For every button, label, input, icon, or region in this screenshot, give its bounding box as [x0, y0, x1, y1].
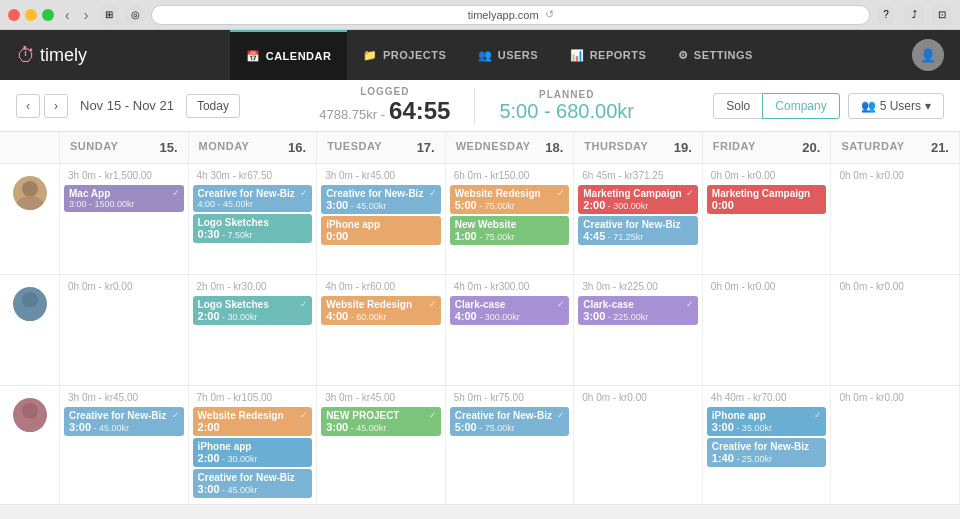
event-clark-r2-thu[interactable]: Clark-case 3:00 - 225.00kr ✓ — [578, 296, 698, 325]
event-creative-r1-mon[interactable]: Creative for New-Biz 4:00 - 45.00kr ✓ — [193, 185, 313, 212]
event-marketing-r1-thu[interactable]: Marketing Campaign 2:00 - 300.00kr ✓ — [578, 185, 698, 214]
event-newproject-r3-tue[interactable]: NEW PROJECT 3:00 - 45.00kr ✓ — [321, 407, 441, 436]
day-cell-r1-mon[interactable]: 4h 30m - kr67.50 Creative for New-Biz 4:… — [189, 164, 318, 274]
maximize-btn[interactable] — [42, 9, 54, 21]
day-cell-r3-sun[interactable]: 3h 0m - kr45.00 Creative for New-Biz 3:0… — [60, 386, 189, 504]
svg-point-3 — [16, 307, 44, 321]
day-cell-r2-sun[interactable]: 0h 0m - kr0.00 — [60, 275, 189, 385]
event-creative-r1-tue[interactable]: Creative for New-Biz 3:00 - 45.00kr ✓ — [321, 185, 441, 214]
event-iphone-r3-fri[interactable]: iPhone app 3:00 - 35.00kr ✓ — [707, 407, 827, 436]
day-cell-r1-tue[interactable]: 3h 0m - kr45.00 Creative for New-Biz 3:0… — [317, 164, 446, 274]
day-cell-r3-thu[interactable]: 0h 0m - kr0.00 — [574, 386, 703, 504]
day-cell-r1-sat[interactable]: 0h 0m - kr0.00 — [831, 164, 960, 274]
tab-settings[interactable]: ⚙ SETTINGS — [662, 30, 769, 80]
next-week-btn[interactable]: › — [44, 94, 68, 118]
event-logo-r1-mon[interactable]: Logo Sketches 0:30 - 7.50kr — [193, 214, 313, 243]
company-btn[interactable]: Company — [762, 93, 839, 119]
user-avatar-area[interactable]: 👤 — [912, 39, 944, 71]
forward-btn[interactable]: › — [79, 5, 94, 25]
svg-point-2 — [22, 292, 38, 308]
today-btn[interactable]: Today — [186, 94, 240, 118]
day-cell-r2-sat[interactable]: 0h 0m - kr0.00 — [831, 275, 960, 385]
event-website-r2-tue[interactable]: Website Redesign 4:00 - 60.00kr ✓ — [321, 296, 441, 325]
summary-r1-sun: 3h 0m - kr1,500.00 — [64, 168, 184, 185]
svg-point-0 — [22, 181, 38, 197]
event-clark-r2-wed[interactable]: Clark-case 4:00 - 300.00kr ✓ — [450, 296, 570, 325]
calendar-header: Sunday 15. Monday 16. Tuesday 17. Wednes… — [0, 132, 960, 164]
summary-r1-wed: 6h 0m - kr150.00 — [450, 168, 570, 185]
tab-projects[interactable]: 📁 PROJECTS — [347, 30, 462, 80]
projects-nav-icon: 📁 — [363, 49, 378, 62]
avatar-2 — [13, 287, 47, 321]
url-text: timelyapp.com — [468, 9, 539, 21]
users-filter-chevron: ▾ — [925, 99, 931, 113]
event-logo-r2-mon[interactable]: Logo Sketches 2:00 - 30.00kr ✓ — [193, 296, 313, 325]
users-filter-btn[interactable]: 👥 5 Users ▾ — [848, 93, 944, 119]
day-cell-r2-thu[interactable]: 3h 0m - kr225.00 Clark-case 3:00 - 225.0… — [574, 275, 703, 385]
event-mac-app[interactable]: Mac App 3:00 - 1500.00kr ✓ — [64, 185, 184, 212]
event-iphone-r1-tue[interactable]: iPhone app 0:00 — [321, 216, 441, 245]
event-creative-r3-sun[interactable]: Creative for New-Biz 3:00 - 45.00kr ✓ — [64, 407, 184, 436]
back-btn[interactable]: ‹ — [60, 5, 75, 25]
day-cell-r3-mon[interactable]: 7h 0m - kr105.00 Website Redesign 2:00 ✓… — [189, 386, 318, 504]
day-cell-r1-wed[interactable]: 6h 0m - kr150.00 Website Redesign 5:00 -… — [446, 164, 575, 274]
event-creative-r3-fri[interactable]: Creative for New-Biz 1:40 - 25.00kr — [707, 438, 827, 467]
solo-btn[interactable]: Solo — [713, 93, 763, 119]
browser-action-2: ⤴ — [904, 5, 924, 25]
event-iphone-r3-mon[interactable]: iPhone app 2:00 - 30.00kr — [193, 438, 313, 467]
summary-r1-fri: 0h 0m - kr0.00 — [707, 168, 827, 185]
header-friday: Friday 20. — [703, 132, 832, 163]
avatar-1 — [13, 176, 47, 210]
day-cell-r2-fri[interactable]: 0h 0m - kr0.00 — [703, 275, 832, 385]
event-website-r3-mon[interactable]: Website Redesign 2:00 ✓ — [193, 407, 313, 436]
tab-users[interactable]: 👥 USERS — [462, 30, 554, 80]
day-cell-r2-tue[interactable]: 4h 0m - kr60.00 Website Redesign 4:00 - … — [317, 275, 446, 385]
summary-r2-fri: 0h 0m - kr0.00 — [707, 279, 827, 296]
summary-r2-sun: 0h 0m - kr0.00 — [64, 279, 184, 296]
planned-value: 5:00 - 680.00kr — [499, 100, 634, 123]
summary-r1-tue: 3h 0m - kr45.00 — [321, 168, 441, 185]
close-btn[interactable] — [8, 9, 20, 21]
logged-amount: 4788.75kr - — [319, 107, 385, 122]
browser-action-3: ⊡ — [932, 5, 952, 25]
summary-r2-wed: 4h 0m - kr300.00 — [450, 279, 570, 296]
url-bar[interactable]: timelyapp.com ↺ — [151, 5, 870, 25]
event-creative-r3-mon[interactable]: Creative for New-Biz 3:00 - 45.00kr — [193, 469, 313, 498]
calendar-row-2: 0h 0m - kr0.00 2h 0m - kr30.00 Logo Sket… — [0, 275, 960, 386]
avatar-3 — [13, 398, 47, 432]
summary-r2-tue: 4h 0m - kr60.00 — [321, 279, 441, 296]
day-cell-r1-fri[interactable]: 0h 0m - kr0.00 Marketing Campaign 0:00 — [703, 164, 832, 274]
day-cell-r3-tue[interactable]: 3h 0m - kr45.00 NEW PROJECT 3:00 - 45.00… — [317, 386, 446, 504]
event-marketing-r1-fri[interactable]: Marketing Campaign 0:00 — [707, 185, 827, 214]
logo-icon: ⏱ — [16, 44, 36, 67]
user-cell-3 — [0, 386, 60, 504]
summary-r1-mon: 4h 30m - kr67.50 — [193, 168, 313, 185]
day-cell-r1-sun[interactable]: 3h 0m - kr1,500.00 Mac App 3:00 - 1500.0… — [60, 164, 189, 274]
header-user-col — [0, 132, 60, 163]
user-cell-1 — [0, 164, 60, 274]
summary-r3-mon: 7h 0m - kr105.00 — [193, 390, 313, 407]
header-monday: Monday 16. — [189, 132, 318, 163]
users-nav-icon: 👥 — [478, 49, 493, 62]
prev-week-btn[interactable]: ‹ — [16, 94, 40, 118]
summary-r3-wed: 5h 0m - kr75.00 — [450, 390, 570, 407]
day-cell-r2-wed[interactable]: 4h 0m - kr300.00 Clark-case 4:00 - 300.0… — [446, 275, 575, 385]
tab-reports[interactable]: 📊 REPORTS — [554, 30, 662, 80]
day-cell-r3-fri[interactable]: 4h 40m - kr70.00 iPhone app 3:00 - 35.00… — [703, 386, 832, 504]
svg-point-1 — [16, 196, 44, 210]
logged-time: 64:55 — [389, 97, 450, 125]
users-filter-label: 5 Users — [880, 99, 921, 113]
minimize-btn[interactable] — [25, 9, 37, 21]
users-filter-icon: 👥 — [861, 99, 876, 113]
event-website-r1-wed[interactable]: Website Redesign 5:00 - 75.00kr ✓ — [450, 185, 570, 214]
day-cell-r2-mon[interactable]: 2h 0m - kr30.00 Logo Sketches 2:00 - 30.… — [189, 275, 318, 385]
day-cell-r3-sat[interactable]: 0h 0m - kr0.00 — [831, 386, 960, 504]
toolbar: ‹ › Nov 15 - Nov 21 Today LOGGED 4788.75… — [0, 80, 960, 132]
day-cell-r3-wed[interactable]: 5h 0m - kr75.00 Creative for New-Biz 5:0… — [446, 386, 575, 504]
tab-calendar[interactable]: 📅 CALENDAR — [230, 30, 347, 80]
event-newwebsite-r1-wed[interactable]: New Website 1:00 - 75.00kr — [450, 216, 570, 245]
event-creative-r3-wed[interactable]: Creative for New-Biz 5:00 - 75.00kr ✓ — [450, 407, 570, 436]
event-creative-r1-thu[interactable]: Creative for New-Biz 4:45 - 71.25kr — [578, 216, 698, 245]
app-header: ⏱ timely 📅 CALENDAR 📁 PROJECTS 👥 USERS 📊… — [0, 30, 960, 80]
day-cell-r1-thu[interactable]: 6h 45m - kr371.25 Marketing Campaign 2:0… — [574, 164, 703, 274]
